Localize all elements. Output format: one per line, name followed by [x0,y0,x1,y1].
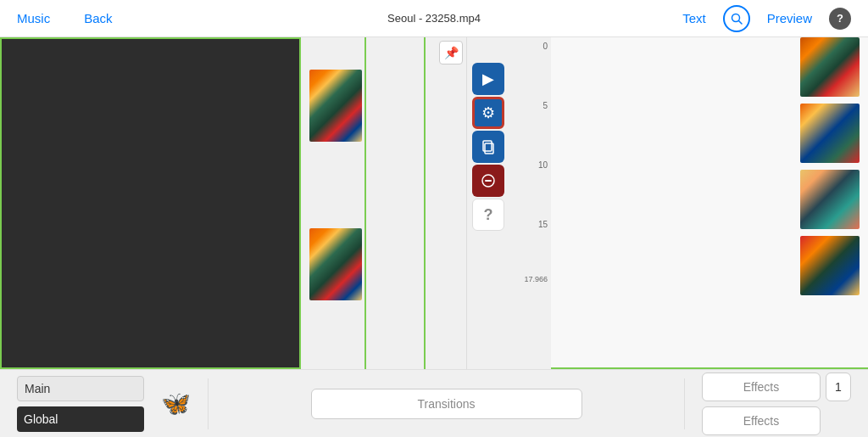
context-help-button[interactable]: ? [472,199,504,231]
search-button[interactable] [723,5,750,32]
copy-button[interactable] [472,131,504,163]
preview-nav-link[interactable]: Preview [767,11,812,25]
action-buttons-group: ▶ ⚙ ? [472,63,504,231]
preview-thumbnails [800,37,868,302]
svg-line-1 [738,20,742,24]
transitions-button[interactable]: Transitions [311,389,582,419]
text-nav-link[interactable]: Text [682,11,706,25]
ruler-mark-15: 15 [538,220,548,229]
effects-button-2[interactable]: Effects [702,406,821,435]
bottom-right-effects: Effects 1 Effects [702,373,851,435]
main-button[interactable]: Main [17,376,144,401]
help-button[interactable]: ? [829,8,851,30]
effects-button-1[interactable]: Effects [702,373,821,401]
ruler-mark-5: 5 [542,101,548,110]
divider-2 [684,378,685,429]
nav-left: Music Back [17,11,113,25]
video-thumbnail-image-upper [309,70,362,142]
top-navigation: Music Back Seoul - 23258.mp4 Text Previe… [0,0,868,37]
nav-right: Text Preview ? [682,5,851,32]
preview-thumb-2 [800,104,860,163]
preview-panel [551,37,868,369]
preview-thumb-3 [800,170,860,229]
video-thumbnail-image-lower [309,228,362,300]
back-nav-link[interactable]: Back [84,11,112,25]
ruler-mark-10: 10 [538,160,548,170]
left-video-panel [0,37,301,369]
music-nav-link[interactable]: Music [17,11,50,25]
main-area: 📌 ▶ ⚙ [0,37,868,369]
effects-row-1: Effects 1 [702,373,851,401]
center-panel: 📌 ▶ ⚙ [301,37,466,369]
global-button[interactable]: Global [17,406,144,432]
remove-button[interactable] [472,165,504,197]
butterfly-icon[interactable]: 🦋 [161,389,191,417]
ruler-mark-17: 17.966 [524,275,548,283]
pin-button[interactable]: 📌 [439,41,463,64]
video-thumb-lower [309,228,362,300]
ruler-mark-0: 0 [542,42,548,51]
play-button[interactable]: ▶ [472,63,504,95]
effects-row-2: Effects [702,406,821,435]
divider [208,378,209,429]
bottom-toolbar: Main Global 🦋 Transitions Effects 1 Effe… [0,369,868,437]
preview-thumb-4 [800,236,860,295]
file-title: Seoul - 23258.mp4 [387,12,481,25]
settings-button[interactable]: ⚙ [472,97,504,129]
video-thumb-upper [309,70,362,142]
effects-count-badge: 1 [826,373,851,401]
bottom-center: Transitions [225,389,667,419]
video-strip [364,37,426,369]
preview-thumb-1 [800,37,860,97]
bottom-left-buttons: Main Global [17,376,144,432]
timeline-green-line [551,367,868,369]
